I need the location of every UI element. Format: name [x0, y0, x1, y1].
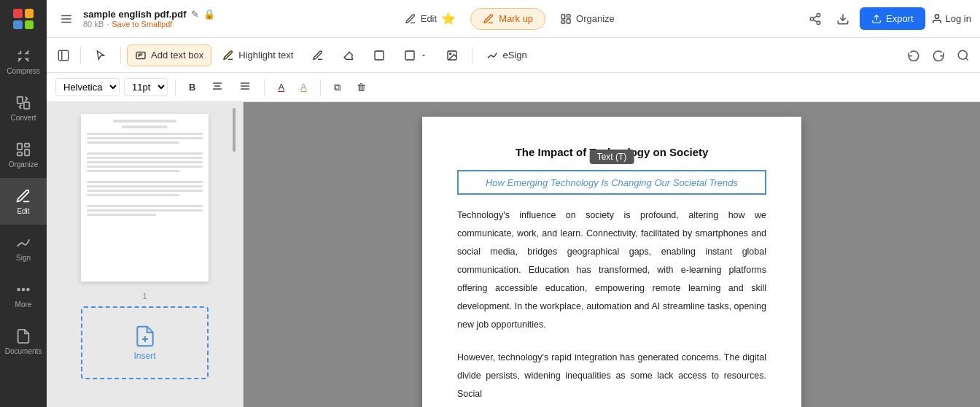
sidebar-item-edit[interactable]: Edit — [0, 178, 47, 225]
tab-markup[interactable]: Mark up — [470, 8, 545, 30]
format-separator-1 — [175, 80, 176, 96]
duplicate-button[interactable]: ⧉ — [328, 79, 346, 96]
insert-panel[interactable]: Insert — [81, 306, 209, 379]
svg-rect-3 — [25, 143, 29, 147]
svg-rect-2 — [18, 143, 22, 149]
topbar: sample english pdf.pdf ✎ 🔒 80 kB · Save … — [47, 0, 980, 38]
svg-line-35 — [965, 58, 968, 60]
svg-point-6 — [18, 288, 20, 290]
svg-point-8 — [27, 288, 29, 290]
add-text-box-button[interactable]: Add text box — [127, 44, 211, 66]
main-area: sample english pdf.pdf ✎ 🔒 80 kB · Save … — [47, 0, 980, 407]
pdf-paragraph-2: However, technology's rapid integration … — [457, 349, 766, 403]
sidebar-item-documents[interactable]: Documents — [0, 318, 47, 365]
draw-pencil-button[interactable] — [304, 44, 332, 66]
login-button[interactable]: Log in — [931, 13, 971, 25]
highlight-text-button[interactable]: Highlight text — [214, 44, 301, 66]
svg-rect-14 — [567, 19, 570, 23]
search-button[interactable] — [952, 44, 974, 66]
toolbar-divider-2 — [120, 47, 121, 64]
svg-point-16 — [817, 13, 820, 17]
svg-point-23 — [935, 15, 938, 18]
sidebar-item-organize[interactable]: Organize — [0, 131, 47, 178]
pdf-body: Technology's influence on society is pro… — [457, 206, 766, 403]
sidebar-item-sign[interactable]: Sign — [0, 225, 47, 271]
shapes-dropdown-button[interactable] — [396, 44, 435, 66]
svg-rect-30 — [375, 51, 384, 60]
export-button[interactable]: Export — [860, 7, 925, 30]
toggle-panel-button[interactable] — [52, 44, 74, 66]
page-thumbnail[interactable] — [81, 114, 209, 282]
align-center-button[interactable] — [206, 77, 229, 97]
sidebar-item-convert[interactable]: Convert — [0, 85, 47, 131]
toolbar: Add text box Highlight text eSign — [47, 38, 980, 73]
eraser-button[interactable] — [335, 44, 362, 66]
svg-line-19 — [813, 20, 817, 22]
tab-edit[interactable]: Edit ⭐ — [393, 7, 467, 30]
lock-icon[interactable]: 🔒 — [203, 9, 215, 20]
pdf-page: The Impact of Technology on Society Text… — [422, 117, 801, 407]
svg-rect-31 — [405, 51, 414, 60]
svg-point-18 — [817, 21, 820, 25]
svg-rect-12 — [561, 15, 565, 19]
topbar-left: sample english pdf.pdf ✎ 🔒 80 kB · Save … — [55, 8, 215, 30]
app-logo[interactable] — [0, 0, 47, 38]
font-family-select[interactable]: Helvetica — [55, 78, 120, 96]
file-name: sample english pdf.pdf — [83, 9, 187, 20]
topbar-right: Export Log in — [804, 7, 971, 30]
svg-rect-13 — [567, 15, 570, 17]
toolbar-divider-3 — [472, 47, 472, 64]
edit-filename-icon[interactable]: ✎ — [191, 9, 199, 20]
format-separator-3 — [320, 80, 321, 96]
svg-line-20 — [813, 15, 817, 18]
align-middle-button[interactable] — [233, 77, 257, 97]
svg-point-34 — [958, 50, 967, 59]
menu-button[interactable] — [55, 8, 77, 30]
download-button[interactable] — [832, 8, 854, 30]
sidebar: Compress Convert Organize Edit Sign More… — [0, 0, 47, 407]
page-number: 1 — [142, 292, 147, 301]
pdf-subtitle-box[interactable]: How Emerging Technology Is Changing Our … — [457, 170, 766, 195]
undo-button[interactable] — [903, 44, 925, 66]
cursor-button[interactable] — [87, 44, 114, 66]
bold-button[interactable]: B — [183, 79, 201, 96]
delete-button[interactable]: 🗑 — [351, 79, 372, 96]
svg-rect-0 — [18, 96, 23, 103]
svg-point-7 — [23, 288, 25, 290]
svg-point-17 — [810, 17, 814, 20]
pdf-view: The Impact of Technology on Society Text… — [244, 102, 980, 407]
save-link[interactable]: Save to Smallpdf — [112, 20, 172, 28]
insert-label: Insert — [133, 351, 155, 361]
format-separator-2 — [264, 80, 265, 96]
image-button[interactable] — [438, 44, 466, 66]
text-tooltip: Text (T) — [590, 150, 634, 164]
file-size: 80 kB — [83, 20, 104, 28]
left-panel: 1 Insert — [47, 102, 244, 407]
share-button[interactable] — [804, 8, 826, 30]
font-color-button[interactable]: A — [272, 79, 290, 96]
topbar-file-info: sample english pdf.pdf ✎ 🔒 80 kB · Save … — [83, 9, 215, 28]
highlight-color-button[interactable]: A — [295, 79, 313, 96]
eraser2-button[interactable] — [365, 44, 393, 66]
font-size-select[interactable]: 11pt — [124, 78, 168, 96]
svg-rect-24 — [58, 50, 69, 61]
svg-rect-4 — [25, 150, 29, 155]
topbar-tabs: Edit ⭐ Mark up Organize — [393, 7, 626, 30]
svg-rect-15 — [561, 20, 565, 23]
svg-point-33 — [450, 53, 451, 54]
content-area: 1 Insert The Impact of Technology on Soc… — [47, 102, 980, 407]
pdf-subtitle: How Emerging Technology Is Changing Our … — [486, 177, 738, 188]
esign-button[interactable]: eSign — [478, 44, 534, 66]
pdf-paragraph-1: Technology's influence on society is pro… — [457, 206, 766, 334]
toolbar-divider-1 — [80, 47, 81, 64]
thumbnail-scrollbar[interactable] — [233, 108, 236, 152]
redo-button[interactable] — [928, 44, 949, 66]
svg-rect-1 — [24, 102, 29, 109]
tab-organize[interactable]: Organize — [548, 9, 626, 29]
sidebar-item-compress[interactable]: Compress — [0, 38, 47, 85]
svg-rect-5 — [18, 152, 22, 155]
format-bar: Helvetica 11pt B A A ⧉ 🗑 — [47, 73, 980, 102]
sidebar-item-more[interactable]: More — [0, 271, 47, 318]
